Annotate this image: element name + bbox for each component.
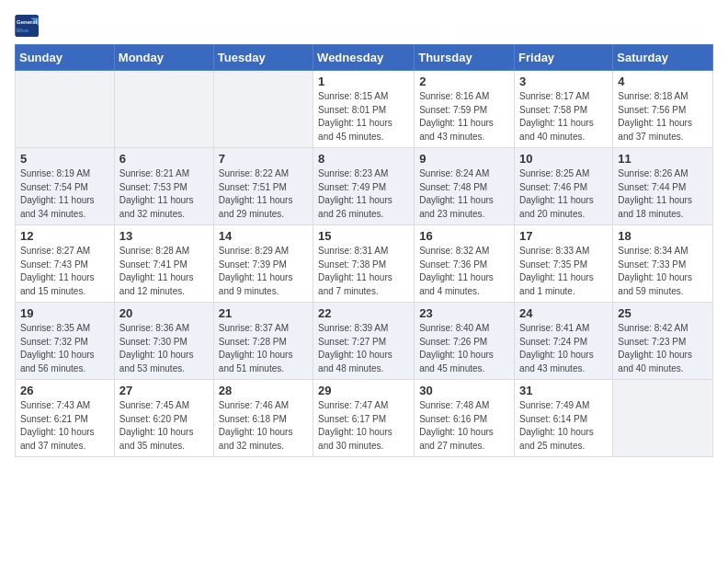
calendar-table: SundayMondayTuesdayWednesdayThursdayFrid… [15,44,713,457]
calendar-cell: 17Sunrise: 8:33 AM Sunset: 7:35 PM Dayli… [515,225,613,303]
calendar-cell: 4Sunrise: 8:18 AM Sunset: 7:56 PM Daylig… [613,71,713,148]
day-number: 20 [119,306,209,320]
calendar-cell: 19Sunrise: 8:35 AM Sunset: 7:32 PM Dayli… [16,303,115,380]
day-info: Sunrise: 7:49 AM Sunset: 6:14 PM Dayligh… [519,399,608,453]
calendar-cell: 25Sunrise: 8:42 AM Sunset: 7:23 PM Dayli… [613,303,713,380]
calendar-cell: 24Sunrise: 8:41 AM Sunset: 7:24 PM Dayli… [515,303,613,380]
day-number: 8 [318,152,409,166]
day-info: Sunrise: 8:36 AM Sunset: 7:30 PM Dayligh… [119,322,209,375]
day-info: Sunrise: 8:24 AM Sunset: 7:48 PM Dayligh… [419,167,509,221]
calendar-cell: 6Sunrise: 8:21 AM Sunset: 7:53 PM Daylig… [114,148,213,225]
day-info: Sunrise: 7:45 AM Sunset: 6:20 PM Dayligh… [119,399,209,453]
day-number: 16 [419,229,509,243]
calendar-cell: 1Sunrise: 8:15 AM Sunset: 8:01 PM Daylig… [313,71,415,148]
calendar-cell: 3Sunrise: 8:17 AM Sunset: 7:58 PM Daylig… [515,71,613,148]
calendar-cell: 23Sunrise: 8:40 AM Sunset: 7:26 PM Dayli… [415,303,515,380]
day-info: Sunrise: 7:47 AM Sunset: 6:17 PM Dayligh… [318,399,409,453]
calendar-cell: 14Sunrise: 8:29 AM Sunset: 7:39 PM Dayli… [213,225,313,303]
day-info: Sunrise: 8:31 AM Sunset: 7:38 PM Dayligh… [318,245,409,298]
day-number: 25 [618,306,708,320]
calendar-cell: 26Sunrise: 7:43 AM Sunset: 6:21 PM Dayli… [16,380,115,457]
calendar-cell [16,71,115,148]
day-info: Sunrise: 8:41 AM Sunset: 7:24 PM Dayligh… [519,322,608,375]
calendar-week-row: 26Sunrise: 7:43 AM Sunset: 6:21 PM Dayli… [16,380,713,457]
day-info: Sunrise: 8:42 AM Sunset: 7:23 PM Dayligh… [618,322,708,375]
weekday-header-friday: Friday [515,45,613,71]
day-info: Sunrise: 8:21 AM Sunset: 7:53 PM Dayligh… [119,167,209,221]
calendar-cell: 22Sunrise: 8:39 AM Sunset: 7:27 PM Dayli… [313,303,415,380]
day-number: 17 [519,229,608,243]
day-number: 29 [318,384,409,397]
calendar-cell: 5Sunrise: 8:19 AM Sunset: 7:54 PM Daylig… [16,148,115,225]
day-info: Sunrise: 8:16 AM Sunset: 7:59 PM Dayligh… [419,90,509,144]
calendar-cell: 27Sunrise: 7:45 AM Sunset: 6:20 PM Dayli… [114,380,213,457]
day-number: 9 [419,152,509,166]
calendar-cell: 12Sunrise: 8:27 AM Sunset: 7:43 PM Dayli… [16,225,115,303]
svg-text:Blue: Blue [17,28,29,33]
day-info: Sunrise: 7:46 AM Sunset: 6:18 PM Dayligh… [219,399,308,453]
calendar-cell: 9Sunrise: 8:24 AM Sunset: 7:48 PM Daylig… [415,148,515,225]
day-number: 10 [519,152,608,166]
calendar-cell: 29Sunrise: 7:47 AM Sunset: 6:17 PM Dayli… [313,380,415,457]
weekday-header-monday: Monday [114,45,213,71]
day-number: 12 [20,229,109,243]
calendar-week-row: 5Sunrise: 8:19 AM Sunset: 7:54 PM Daylig… [16,148,713,225]
calendar-cell: 30Sunrise: 7:48 AM Sunset: 6:16 PM Dayli… [415,380,515,457]
calendar-week-row: 12Sunrise: 8:27 AM Sunset: 7:43 PM Dayli… [16,225,713,303]
day-number: 14 [219,229,308,243]
logo: General Blue [15,15,40,37]
calendar-cell: 21Sunrise: 8:37 AM Sunset: 7:28 PM Dayli… [213,303,313,380]
day-number: 26 [20,384,109,397]
day-number: 4 [618,75,708,88]
calendar-cell [613,380,713,457]
day-info: Sunrise: 8:17 AM Sunset: 7:58 PM Dayligh… [519,90,608,144]
day-info: Sunrise: 8:29 AM Sunset: 7:39 PM Dayligh… [219,245,308,298]
calendar-cell: 28Sunrise: 7:46 AM Sunset: 6:18 PM Dayli… [213,380,313,457]
day-number: 18 [618,229,708,243]
day-number: 22 [318,306,409,320]
page-header: General Blue [15,15,713,37]
day-number: 15 [318,229,409,243]
calendar-cell: 11Sunrise: 8:26 AM Sunset: 7:44 PM Dayli… [613,148,713,225]
day-number: 27 [119,384,209,397]
calendar-cell: 18Sunrise: 8:34 AM Sunset: 7:33 PM Dayli… [613,225,713,303]
day-info: Sunrise: 8:40 AM Sunset: 7:26 PM Dayligh… [419,322,509,375]
calendar-cell: 10Sunrise: 8:25 AM Sunset: 7:46 PM Dayli… [515,148,613,225]
day-info: Sunrise: 7:48 AM Sunset: 6:16 PM Dayligh… [419,399,509,453]
weekday-header-wednesday: Wednesday [313,45,415,71]
day-number: 24 [519,306,608,320]
logo-icon: General Blue [15,15,40,37]
calendar-cell: 7Sunrise: 8:22 AM Sunset: 7:51 PM Daylig… [213,148,313,225]
day-info: Sunrise: 8:22 AM Sunset: 7:51 PM Dayligh… [219,167,308,221]
day-info: Sunrise: 8:37 AM Sunset: 7:28 PM Dayligh… [219,322,308,375]
day-info: Sunrise: 8:34 AM Sunset: 7:33 PM Dayligh… [618,245,708,298]
calendar-cell: 20Sunrise: 8:36 AM Sunset: 7:30 PM Dayli… [114,303,213,380]
day-number: 6 [119,152,209,166]
day-number: 31 [519,384,608,397]
weekday-header-sunday: Sunday [16,45,115,71]
day-number: 28 [219,384,308,397]
calendar-cell [114,71,213,148]
weekday-header-row: SundayMondayTuesdayWednesdayThursdayFrid… [16,45,713,71]
day-info: Sunrise: 8:19 AM Sunset: 7:54 PM Dayligh… [20,167,109,221]
calendar-cell: 8Sunrise: 8:23 AM Sunset: 7:49 PM Daylig… [313,148,415,225]
day-info: Sunrise: 8:18 AM Sunset: 7:56 PM Dayligh… [618,90,708,144]
day-number: 13 [119,229,209,243]
day-number: 30 [419,384,509,397]
day-info: Sunrise: 8:26 AM Sunset: 7:44 PM Dayligh… [618,167,708,221]
day-number: 2 [419,75,509,88]
day-number: 21 [219,306,308,320]
calendar-cell: 2Sunrise: 8:16 AM Sunset: 7:59 PM Daylig… [415,71,515,148]
day-number: 3 [519,75,608,88]
day-info: Sunrise: 8:15 AM Sunset: 8:01 PM Dayligh… [318,90,409,144]
day-info: Sunrise: 8:23 AM Sunset: 7:49 PM Dayligh… [318,167,409,221]
calendar-cell: 15Sunrise: 8:31 AM Sunset: 7:38 PM Dayli… [313,225,415,303]
day-number: 7 [219,152,308,166]
day-number: 23 [419,306,509,320]
calendar-cell [213,71,313,148]
calendar-week-row: 19Sunrise: 8:35 AM Sunset: 7:32 PM Dayli… [16,303,713,380]
calendar-cell: 31Sunrise: 7:49 AM Sunset: 6:14 PM Dayli… [515,380,613,457]
day-info: Sunrise: 8:28 AM Sunset: 7:41 PM Dayligh… [119,245,209,298]
weekday-header-thursday: Thursday [415,45,515,71]
day-info: Sunrise: 8:35 AM Sunset: 7:32 PM Dayligh… [20,322,109,375]
